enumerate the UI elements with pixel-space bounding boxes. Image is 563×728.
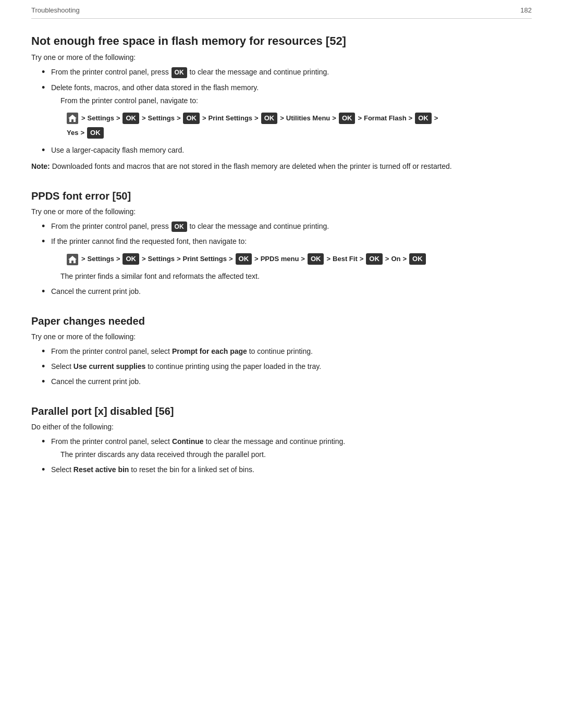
page: Troubleshooting 182 Not enough free spac…: [0, 0, 563, 728]
sub-item: From the printer control panel, navigate…: [60, 95, 532, 106]
sub-item-parallel: The printer discards any data received t…: [60, 449, 532, 460]
on-label: On: [391, 252, 400, 266]
print-settings-label: Print Settings: [209, 112, 253, 125]
bullet-list-2: From the printer control panel, press OK…: [42, 221, 532, 298]
settings-label-2: Settings: [148, 112, 175, 125]
section-paper-title: Paper changes needed: [31, 315, 532, 327]
list-item: From the printer control panel, select C…: [42, 436, 532, 460]
header-left: Troubleshooting: [31, 6, 80, 14]
bullet-text: From the printer control panel, press: [51, 222, 171, 230]
bullet-text: Cancel the current print job.: [51, 377, 141, 386]
settings-ppds-1: Settings: [88, 252, 114, 266]
bullet-text: Select Reset active bin to reset the bin…: [51, 465, 254, 474]
bold-word: Continue: [172, 437, 204, 446]
nav-sep: >: [177, 112, 181, 125]
list-item: Select Use current supplies to continue …: [42, 361, 532, 372]
note-label: Note:: [31, 162, 50, 170]
ok-btn-2: OK: [123, 113, 139, 124]
nav-sep: >: [81, 112, 85, 125]
header-right: 182: [520, 6, 532, 14]
ok-btn-5: OK: [339, 113, 356, 124]
bold-word: Prompt for each page: [172, 347, 247, 355]
utilities-menu-label: Utilities Menu: [286, 112, 331, 125]
nav-sep: >: [229, 252, 233, 266]
bullet-text: From the printer control panel, select C…: [51, 437, 345, 446]
bullet-text: From the printer control panel, press: [51, 68, 171, 76]
nav-line-2: > Settings > OK > Settings > Print Setti…: [67, 252, 532, 266]
bullet-text: If the printer cannot find the requested…: [51, 237, 247, 245]
list-item: Delete fonts, macros, and other data sto…: [42, 82, 532, 140]
ok-btn-6: OK: [415, 113, 432, 124]
ppds-menu-label: PPDS menu: [261, 252, 299, 266]
ok-btn-ppds4: OK: [308, 253, 324, 265]
ok-btn-7: OK: [87, 127, 104, 139]
nav-sep: >: [116, 252, 120, 266]
nav-sep: >: [358, 112, 362, 125]
list-item: If the printer cannot find the requested…: [42, 236, 532, 282]
nav-sep: >: [254, 252, 259, 266]
bullet-text: Select Use current supplies to continue …: [51, 362, 321, 371]
try-text-4: Do either of the following:: [31, 423, 532, 431]
bold-word: Reset active bin: [74, 465, 129, 474]
nav-sep: >: [434, 112, 438, 125]
ok-button-1: OK: [172, 67, 187, 78]
section-ppds-title: PPDS font error [50]: [31, 190, 532, 202]
nav-sep: >: [385, 252, 389, 266]
section-flash-memory-title: Not enough free space in flash memory fo…: [31, 34, 532, 48]
best-fit-label: Best Fit: [333, 252, 358, 266]
nav-sep: >: [360, 252, 364, 266]
list-item: From the printer control panel, press OK…: [42, 67, 532, 78]
section-flash-memory: Not enough free space in flash memory fo…: [31, 34, 532, 172]
bullet-list-1: From the printer control panel, press OK…: [42, 67, 532, 156]
print-settings-ppds: Print Settings: [182, 252, 227, 266]
bullet-text: Cancel the current print job.: [51, 287, 141, 295]
settings-ppds-2: Settings: [148, 252, 175, 266]
page-header: Troubleshooting 182: [31, 0, 532, 19]
ok-btn-ppds1: OK: [172, 221, 187, 232]
settings-label-1: Settings: [88, 112, 114, 125]
try-text-2: Try one or more of the following:: [31, 207, 532, 216]
list-item: Cancel the current print job.: [42, 286, 532, 297]
format-flash-label: Format Flash: [364, 112, 407, 125]
bullet-list-3: From the printer control panel, select P…: [42, 346, 532, 387]
nav-sep: >: [409, 112, 413, 125]
sub-item-ppds: The printer finds a similar font and ref…: [60, 271, 532, 282]
bullet-text: to clear the message and continue printi…: [189, 68, 329, 76]
nav-sep: >: [202, 112, 206, 125]
nav-sep: >: [80, 126, 84, 140]
nav-sep: >: [81, 252, 85, 266]
ok-btn-ppds5: OK: [366, 253, 383, 265]
ok-btn-ppds6: OK: [409, 253, 426, 265]
yes-label: Yes: [67, 126, 78, 140]
nav-line-1b: Yes > OK: [67, 126, 532, 140]
ok-btn-ppds3: OK: [236, 253, 252, 265]
home-icon-2: [67, 252, 79, 266]
nav-sep: >: [142, 252, 146, 266]
section-ppds: PPDS font error [50] Try one or more of …: [31, 190, 532, 298]
nav-sep: >: [326, 252, 331, 266]
list-item: Cancel the current print job.: [42, 376, 532, 387]
bold-word: Use current supplies: [74, 362, 146, 371]
nav-sep: >: [254, 112, 259, 125]
nav-sep: >: [177, 252, 181, 266]
nav-line-1: > Settings > OK > Settings > OK > Print …: [67, 112, 532, 125]
note-content: Downloaded fonts and macros that are not…: [52, 162, 452, 170]
nav-sep: >: [332, 112, 336, 125]
bullet-text: Delete fonts, macros, and other data sto…: [51, 83, 259, 92]
section-parallel-title: Parallel port [x] disabled [56]: [31, 405, 532, 417]
section-parallel: Parallel port [x] disabled [56] Do eithe…: [31, 405, 532, 475]
ok-btn-3: OK: [183, 113, 200, 124]
list-item: Select Reset active bin to reset the bin…: [42, 464, 532, 475]
nav-sep: >: [142, 112, 146, 125]
nav-sep: >: [301, 252, 305, 266]
try-text-1: Try one or more of the following:: [31, 53, 532, 61]
note-text: Note: Downloaded fonts and macros that a…: [31, 161, 532, 172]
list-item: From the printer control panel, select P…: [42, 346, 532, 357]
list-item: Use a larger-capacity flash memory card.: [42, 145, 532, 156]
try-text-3: Try one or more of the following:: [31, 332, 532, 341]
bullet-text: Use a larger-capacity flash memory card.: [51, 146, 184, 154]
bullet-list-4: From the printer control panel, select C…: [42, 436, 532, 475]
list-item: From the printer control panel, press OK…: [42, 221, 532, 232]
nav-sep: >: [280, 112, 284, 125]
bullet-text: From the printer control panel, select P…: [51, 347, 313, 355]
